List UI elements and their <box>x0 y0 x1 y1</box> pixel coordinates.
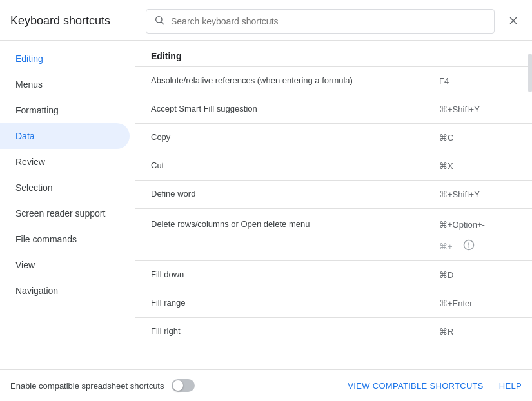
sidebar: Editing Menus Formatting Data Review Sel… <box>0 41 135 369</box>
shortcut-row: Cut ⌘X <box>135 152 532 180</box>
sidebar-item-formatting[interactable]: Formatting <box>0 97 130 123</box>
shortcut-row: Fill range ⌘+Enter <box>135 289 532 317</box>
sidebar-item-view[interactable]: View <box>0 252 130 278</box>
sidebar-item-menus[interactable]: Menus <box>0 72 130 97</box>
sidebar-item-editing[interactable]: Editing <box>0 46 130 72</box>
toggle-switch[interactable] <box>172 379 195 392</box>
help-link[interactable]: HELP <box>499 381 522 391</box>
top-bar: Keyboard shortcuts <box>0 0 532 41</box>
shortcut-label: Delete rows/columns or Open delete menu <box>151 219 439 230</box>
shortcut-row: Fill down ⌘D <box>135 260 532 289</box>
shortcut-row: Copy ⌘C <box>135 123 532 152</box>
toggle-thumb <box>173 380 183 391</box>
close-button[interactable] <box>505 12 522 31</box>
shortcut-alt-key: ⌘+ <box>439 239 517 253</box>
shortcut-label: Fill right <box>151 326 439 337</box>
shortcut-alt-row: ⌘+ <box>135 237 532 260</box>
sidebar-item-review[interactable]: Review <box>0 149 130 175</box>
main-content: Editing Menus Formatting Data Review Sel… <box>0 41 532 369</box>
shortcut-row: Absolute/relative references (when enter… <box>135 66 532 95</box>
shortcut-key: ⌘C <box>439 133 517 142</box>
scrollbar[interactable] <box>528 41 532 369</box>
svg-line-1 <box>161 22 164 24</box>
search-input[interactable] <box>171 16 486 26</box>
shortcut-key: ⌘X <box>439 161 517 171</box>
shortcut-key: ⌘+Shift+Y <box>439 104 517 114</box>
toggle-track[interactable] <box>172 379 195 392</box>
content-area: Editing Absolute/relative references (wh… <box>135 41 532 369</box>
shortcut-key: ⌘+Option+- <box>439 220 517 230</box>
toggle-label: Enable compatible spreadsheet shortcuts <box>10 381 164 391</box>
footer: Enable compatible spreadsheet shortcuts … <box>0 369 532 401</box>
view-compatible-shortcuts-link[interactable]: VIEW COMPATIBLE SHORTCUTS <box>348 381 483 391</box>
shortcut-row: Define word ⌘+Shift+Y <box>135 180 532 208</box>
shortcut-key: F4 <box>439 76 517 86</box>
shortcut-key: ⌘+Shift+Y <box>439 190 517 199</box>
sidebar-item-data[interactable]: Data <box>0 123 130 149</box>
scrollbar-thumb[interactable] <box>528 54 532 92</box>
shortcut-label: Fill range <box>151 297 439 309</box>
shortcut-label: Copy <box>151 132 439 143</box>
shortcut-label: Absolute/relative references (when enter… <box>151 75 439 86</box>
shortcut-label: Cut <box>151 160 439 171</box>
sidebar-item-selection[interactable]: Selection <box>0 175 130 200</box>
sidebar-item-file-commands[interactable]: File commands <box>0 226 130 252</box>
search-icon <box>154 15 164 28</box>
shortcut-key: ⌘D <box>439 270 517 280</box>
shortcut-key: ⌘+Enter <box>439 298 517 308</box>
shortcut-row: Accept Smart Fill suggestion ⌘+Shift+Y <box>135 95 532 123</box>
search-bar <box>146 9 495 34</box>
sidebar-item-screen-reader-support[interactable]: Screen reader support <box>0 200 130 226</box>
shortcut-label: Fill down <box>151 269 439 280</box>
shortcut-label: Define word <box>151 188 439 200</box>
section-title: Editing <box>135 41 532 66</box>
shortcut-label: Accept Smart Fill suggestion <box>151 103 439 115</box>
shortcut-key: ⌘R <box>439 327 517 337</box>
shortcut-row: Fill right ⌘R <box>135 317 532 346</box>
info-icon[interactable] <box>463 239 475 253</box>
sidebar-item-navigation[interactable]: Navigation <box>0 278 130 304</box>
shortcut-row: Delete rows/columns or Open delete menu … <box>135 208 532 237</box>
page-title: Keyboard shortcuts <box>10 14 146 28</box>
